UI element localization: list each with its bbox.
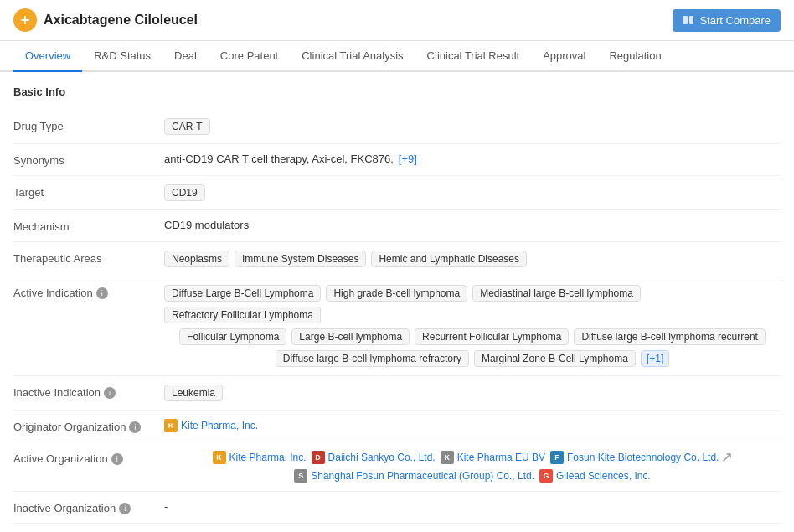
active-indication-row: Active Indication i Diffuse Large B-Cell… (13, 276, 781, 376)
active-org-daiichi: D Daiichi Sankyo Co., Ltd. (312, 451, 436, 464)
shanghai-logo: S (294, 469, 307, 483)
svg-rect-1 (683, 16, 688, 24)
indication-row-1: Diffuse Large B-Cell Lymphoma High grade… (164, 285, 781, 323)
tab-rd-status[interactable]: R&D Status (82, 41, 162, 72)
indication-follicular: Follicular Lymphoma (179, 328, 286, 345)
active-indication-info-icon[interactable]: i (96, 287, 108, 299)
synonyms-row: Synonyms anti-CD19 CAR T cell therapy, A… (13, 144, 781, 176)
active-org-eu: K Kite Pharma EU BV (441, 451, 545, 464)
kite-logo-active: K (213, 451, 226, 464)
mechanism-row: Mechanism CD19 modulators (13, 210, 781, 242)
originator-kite: K Kite Pharma, Inc. (164, 419, 258, 432)
indication-diffuse-large: Diffuse Large B-Cell Lymphoma (164, 285, 321, 302)
mechanism-text: CD19 modulators (164, 219, 249, 231)
inactive-indication-info-icon[interactable]: i (104, 387, 116, 399)
active-org-label: Active Organization i (13, 451, 164, 465)
section-title: Basic Info (13, 85, 781, 98)
therapeutic-areas-label: Therapeutic Areas (13, 251, 164, 265)
active-fosun-name[interactable]: Fosun Kite Biotechnology Co. Ltd. (567, 452, 719, 463)
active-indication-label: Active Indication i (13, 285, 164, 299)
inactive-indication-label: Inactive Indication i (13, 385, 164, 399)
indication-high-grade: High grade B-cell lymphoma (326, 285, 467, 302)
start-compare-button[interactable]: Start Compare (673, 9, 781, 32)
drug-type-label: Drug Type (13, 118, 164, 132)
indication-recurrent-follicular: Recurrent Follicular Lymphoma (415, 328, 569, 345)
indication-row-3: Diffuse large B-cell lymphoma refractory… (276, 350, 670, 367)
tab-clinical-trial-analysis[interactable]: Clinical Trial Analysis (290, 41, 415, 72)
fosun-external-icon (722, 452, 732, 462)
active-org-kite: K Kite Pharma, Inc. (213, 451, 307, 464)
tab-deal[interactable]: Deal (162, 41, 209, 72)
originator-org-value: K Kite Pharma, Inc. (164, 419, 781, 432)
originator-kite-name[interactable]: Kite Pharma, Inc. (181, 420, 258, 431)
target-row: Target CD19 (13, 176, 781, 210)
kite-logo-originator: K (164, 419, 178, 432)
synonyms-text: anti-CD19 CAR T cell therapy, Axi-cel, F… (164, 152, 394, 165)
drug-type-value: CAR-T (164, 118, 781, 135)
target-label: Target (13, 184, 164, 199)
indication-marginal-zone: Marginal Zone B-Cell Lymphoma (474, 350, 636, 367)
inactive-org-text: - (164, 500, 168, 513)
indication-large-bcell: Large B-cell lymphoma (291, 328, 410, 345)
therapeutic-areas-row: Therapeutic Areas Neoplasms Immune Syste… (13, 242, 781, 276)
target-tag: CD19 (164, 184, 205, 201)
target-value: CD19 (164, 184, 781, 201)
ta-tag-immune: Immune System Diseases (235, 251, 366, 267)
active-org-row-1: K Kite Pharma, Inc. D Daiichi Sankyo Co.… (213, 451, 733, 464)
header: Axicabtagene Ciloleucel Start Compare (0, 0, 794, 41)
indication-diffuse-recurrent: Diffuse large B-cell lymphoma recurrent (574, 328, 766, 345)
synonyms-label: Synonyms (13, 152, 164, 167)
indication-diffuse-refractory: Diffuse large B-cell lymphoma refractory (276, 350, 469, 367)
nav-tabs: Overview R&D Status Deal Core Patent Cli… (0, 41, 794, 72)
active-eu-name[interactable]: Kite Pharma EU BV (457, 452, 545, 463)
ta-tag-hemic: Hemic and Lymphatic Diseases (371, 251, 527, 267)
indication-more-badge[interactable]: [+1] (641, 350, 669, 367)
indication-mediastinal: Mediastinal large B-cell lymphoma (472, 285, 641, 302)
inactive-org-value: - (164, 500, 781, 513)
synonyms-more-link[interactable]: [+9] (399, 152, 417, 165)
originator-org-label: Originator Organization i (13, 419, 164, 433)
tab-core-patent[interactable]: Core Patent (209, 41, 290, 72)
indication-row-2: Follicular Lymphoma Large B-cell lymphom… (179, 328, 766, 345)
active-org-fosun: F Fosun Kite Biotechnology Co. Ltd. (550, 451, 732, 464)
active-shanghai-name[interactable]: Shanghai Fosun Pharmaceutical (Group) Co… (311, 470, 534, 482)
inactive-indication-tag: Leukemia (164, 385, 223, 401)
drug-icon (13, 8, 37, 32)
therapeutic-areas-value: Neoplasms Immune System Diseases Hemic a… (164, 251, 781, 267)
inactive-indication-row: Inactive Indication i Leukemia (13, 376, 781, 411)
tab-clinical-trial-result[interactable]: Clinical Trial Result (415, 41, 532, 72)
originator-org-row: Originator Organization i K Kite Pharma,… (13, 411, 781, 442)
tab-regulation[interactable]: Regulation (597, 41, 673, 72)
inactive-org-info-icon[interactable]: i (119, 503, 131, 514)
mechanism-value: CD19 modulators (164, 219, 781, 231)
active-org-shanghai: S Shanghai Fosun Pharmaceutical (Group) … (294, 469, 534, 483)
indication-refractory-follicular: Refractory Follicular Lymphoma (164, 307, 321, 323)
ta-tag-neoplasms: Neoplasms (164, 251, 229, 267)
synonyms-value: anti-CD19 CAR T cell therapy, Axi-cel, F… (164, 152, 781, 165)
drug-name: Axicabtagene Ciloleucel (44, 13, 198, 28)
inactive-indication-value: Leukemia (164, 385, 781, 401)
active-org-gilead: G Gilead Sciences, Inc. (539, 469, 651, 483)
active-indication-value: Diffuse Large B-Cell Lymphoma High grade… (164, 285, 781, 367)
daiichi-logo: D (312, 451, 325, 464)
originator-org-info-icon[interactable]: i (129, 421, 141, 433)
fosun-logo: F (550, 451, 564, 464)
eu-logo: K (441, 451, 454, 464)
active-daiichi-name[interactable]: Daiichi Sankyo Co., Ltd. (328, 452, 436, 463)
content-area: Basic Info Drug Type CAR-T Synonyms anti… (0, 72, 794, 532)
active-gilead-name[interactable]: Gilead Sciences, Inc. (556, 470, 651, 482)
drug-highest-phase-row: Drug Highest Phase i Approved (13, 524, 781, 532)
inactive-org-row: Inactive Organization i - (13, 492, 781, 524)
active-kite-name[interactable]: Kite Pharma, Inc. (229, 452, 307, 463)
active-org-value: K Kite Pharma, Inc. D Daiichi Sankyo Co.… (164, 451, 781, 483)
active-org-info-icon[interactable]: i (111, 453, 123, 465)
mechanism-label: Mechanism (13, 219, 164, 233)
tab-overview[interactable]: Overview (13, 41, 82, 72)
start-compare-label: Start Compare (699, 14, 771, 27)
active-org-row-2: S Shanghai Fosun Pharmaceutical (Group) … (294, 469, 651, 483)
compare-icon (683, 14, 694, 26)
header-left: Axicabtagene Ciloleucel (13, 8, 198, 32)
tab-approval[interactable]: Approval (531, 41, 597, 72)
inactive-org-label: Inactive Organization i (13, 500, 164, 514)
drug-type-tag: CAR-T (164, 118, 210, 135)
